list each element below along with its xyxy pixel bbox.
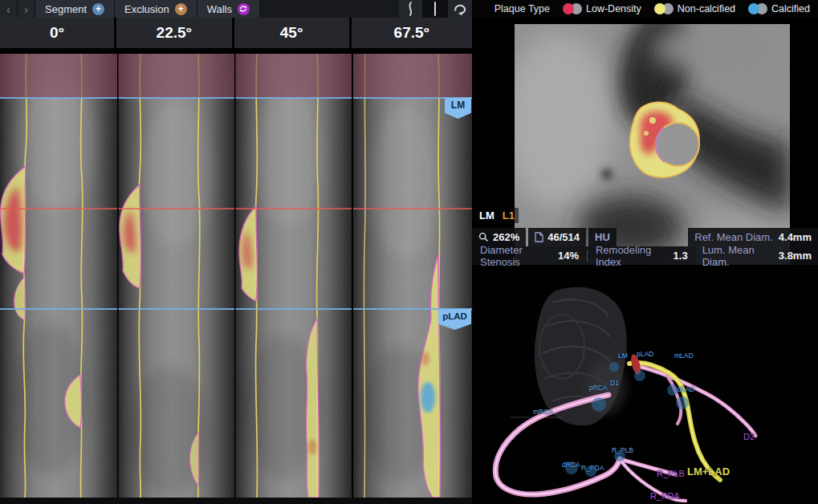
remodeling-index-box: Remodeling Index 1.3 <box>588 244 696 267</box>
legend-toggle-calcified[interactable]: Calcified <box>748 3 810 14</box>
remodeling-index-label: Remodeling Index <box>596 244 669 267</box>
walls-label: Walls <box>207 3 232 15</box>
non-calcified-label: Non-calcified <box>678 3 735 14</box>
lum-mean-diam-value: 3.8mm <box>779 250 812 262</box>
mpr-panels-canvas[interactable] <box>0 54 472 504</box>
label-mrca-3d: mRCA <box>533 408 553 416</box>
label-rplb-3d: R_PLB <box>657 469 685 478</box>
lesion-name[interactable]: L1 <box>503 209 515 222</box>
label-mlad-3d: mLAD <box>674 352 694 360</box>
label-rpda-3d: R_PDA <box>650 491 680 501</box>
label-lm-lad-highlight-3d: LM+LAD <box>687 465 730 478</box>
ref-mean-diam-label: Ref. Mean Diam. <box>694 231 773 243</box>
mpr-section: ‹ › Segment + Exclusion + Walls <box>0 0 472 504</box>
segment-add-icon[interactable]: + <box>92 3 104 15</box>
vessel-identifier: LM L1 <box>475 208 519 223</box>
lcx-vessel-3d <box>637 366 755 436</box>
vessel-name: LM <box>479 209 494 222</box>
low-density-toggle-icon <box>563 3 582 14</box>
coronary-tree-3d-view[interactable]: LM pLAD mLAD D1 dLAD pRCA mRCA dRCA R_PD… <box>472 266 818 504</box>
label-dlad-3d: dLAD <box>678 385 694 393</box>
exclusion-label: Exclusion <box>124 3 169 15</box>
label-rplb-blue-3d: R_PLB <box>612 446 633 454</box>
hu-label: HU <box>595 231 610 243</box>
label-d2-3d: D2 <box>743 432 755 441</box>
angle-header-0: 0° <box>0 18 114 48</box>
zoom-level-value: 262% <box>493 231 519 243</box>
sync-arrows-icon <box>239 5 247 13</box>
chevron-right-icon[interactable]: › <box>18 0 35 18</box>
label-lm-3d: LM <box>618 352 628 360</box>
legend-toggle-non-calcified[interactable]: Non-calcified <box>654 3 735 14</box>
segment-label: Segment <box>45 3 87 15</box>
walls-button[interactable]: Walls <box>197 0 260 18</box>
rotate-view-button[interactable] <box>447 0 472 18</box>
label-drca-3d: dRCA <box>562 461 580 469</box>
angle-header-row: 0° 22.5° 45° 67.5° <box>0 18 472 48</box>
label-plad-3d: pLAD <box>637 350 653 358</box>
curved-line-icon <box>403 1 417 17</box>
calcified-toggle-icon <box>748 3 767 14</box>
calcified-label: Calcified <box>771 3 810 14</box>
segment-button[interactable]: Segment + <box>35 0 115 18</box>
curved-mpr-button[interactable] <box>397 0 422 18</box>
plaque-analysis-app: ‹ › Segment + Exclusion + Walls <box>0 0 818 504</box>
straight-line-icon <box>428 1 442 17</box>
diameter-stenosis-label: Diameter Stenosis <box>480 244 553 267</box>
remodeling-index-value: 1.3 <box>674 250 688 262</box>
toolbar-spacer <box>260 0 397 18</box>
page-icon <box>535 232 543 242</box>
slice-counter-value: 46/514 <box>547 231 580 243</box>
coronary-tree-3d-canvas[interactable] <box>472 266 818 504</box>
exclusion-add-icon[interactable]: + <box>175 3 187 15</box>
lum-mean-diam-label: Lum. Mean Diam. <box>702 244 773 267</box>
straight-mpr-button[interactable] <box>422 0 447 18</box>
diameter-stenosis-box: Diameter Stenosis 14% <box>472 244 587 267</box>
low-density-label: Low-Density <box>586 3 641 14</box>
non-calcified-toggle-icon <box>654 3 674 14</box>
ref-mean-diam-value: 4.4mm <box>779 231 812 243</box>
diameter-stenosis-value: 14% <box>558 250 579 262</box>
detail-section: Plaque Type Low-Density Non-calcified Ca… <box>472 0 818 504</box>
lum-mean-diam-box: Lum. Mean Diam. 3.8mm <box>696 246 818 265</box>
angle-header-22: 22.5° <box>116 18 231 48</box>
angle-header-45: 45° <box>234 18 349 48</box>
exclusion-button[interactable]: Exclusion + <box>115 0 197 18</box>
label-prca-3d: pRCA <box>589 384 608 392</box>
info-row-bottom: Diameter Stenosis 14% Remodeling Index 1… <box>472 246 818 265</box>
legend-toggle-low-density[interactable]: Low-Density <box>563 3 641 14</box>
legend-title: Plaque Type <box>494 3 550 14</box>
walls-refresh-icon[interactable] <box>238 3 250 15</box>
stenosis-metrics-group: Diameter Stenosis 14% Remodeling Index 1… <box>472 246 696 265</box>
angle-header-67: 67.5° <box>352 18 472 48</box>
toolbar: ‹ › Segment + Exclusion + Walls <box>0 0 472 18</box>
rotate-icon <box>452 1 468 17</box>
plaque-legend: Plaque Type Low-Density Non-calcified Ca… <box>472 0 818 18</box>
chevron-left-icon[interactable]: ‹ <box>0 0 18 18</box>
mpr-panels[interactable]: LM pLAD <box>0 48 472 504</box>
label-rpda-blue-3d: R_PDA <box>581 464 604 472</box>
label-d1-3d: D1 <box>610 379 619 387</box>
cross-section-view[interactable]: LM L1 262% 46/514 <box>472 18 818 266</box>
magnifier-icon <box>478 232 489 242</box>
